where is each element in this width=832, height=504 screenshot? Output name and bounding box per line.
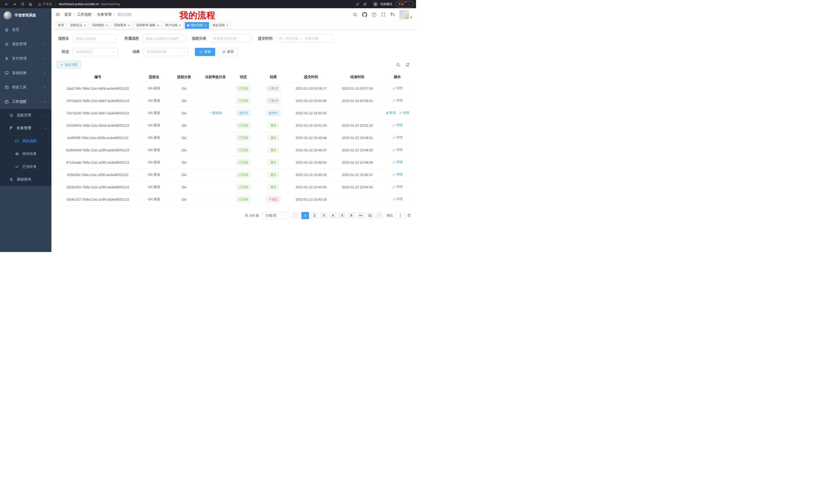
sidebar-item-todo-tasks[interactable]: 待办任务 <box>0 147 51 160</box>
avatar[interactable] <box>399 10 409 19</box>
close-icon[interactable]: × <box>226 24 229 27</box>
page-more-button[interactable]: ••• <box>357 212 365 219</box>
tab-5[interactable]: 用户分组 × <box>163 22 184 29</box>
cell-actions: 详情 <box>384 193 411 205</box>
goto-page-input[interactable] <box>395 212 406 219</box>
breadcrumb-home[interactable]: 首页 <box>64 12 72 17</box>
tab-4[interactable]: 流程表单-编辑 × <box>134 22 162 29</box>
search-icon[interactable] <box>353 12 357 17</box>
page-size-select[interactable]: 10条/页 <box>262 212 288 219</box>
tab-3[interactable]: 流程表单 × <box>111 22 132 29</box>
detail-action[interactable]: 详情 <box>392 135 402 140</box>
table-row: 03c6c157-7b9a-11ec-a290-acde48001122 OA … <box>57 193 411 205</box>
category-select[interactable]: 请选择流程分类 <box>210 34 252 43</box>
chevron-icon <box>44 43 47 46</box>
sidebar-item-home[interactable]: 首页 <box>0 23 51 37</box>
prev-page-button[interactable] <box>292 212 300 219</box>
detail-action[interactable]: 详情 <box>392 123 402 128</box>
page-button-4[interactable]: 4 <box>329 212 337 219</box>
create-process-button[interactable]: 发起流程 <box>57 61 81 68</box>
cell-id: 67c2eaab-7b9a-11ec-a290-acde48001122 <box>57 156 139 169</box>
breadcrumb-separator: / <box>74 12 75 17</box>
tab-6[interactable]: 我的流程 × <box>185 22 209 29</box>
cell-category: OA <box>169 94 200 107</box>
sidebar-item-payment[interactable]: ¥ 支付管理 <box>0 51 51 66</box>
current-task-link[interactable]: 一级审批 <box>209 111 222 115</box>
browser-home-button[interactable] <box>29 2 32 6</box>
tab-0[interactable]: 首页 <box>55 22 66 29</box>
address-bar[interactable]: 不安全 | dashboard.yudao.iocoder.cn/bpm/tas… <box>34 2 370 6</box>
browser-update-button[interactable]: 更新 ⋮ <box>395 1 413 7</box>
close-icon[interactable]: × <box>157 24 159 27</box>
bookmark-star-icon[interactable] <box>363 2 367 6</box>
password-key-icon[interactable] <box>356 2 359 6</box>
page-button-5[interactable]: 5 <box>338 212 346 219</box>
sidebar-item-process-mgmt[interactable]: 流程管理 <box>0 109 51 122</box>
detail-action[interactable]: 详情 <box>392 172 402 177</box>
search-button[interactable]: 搜索 <box>195 48 215 56</box>
detail-action[interactable]: 详情 <box>392 185 402 189</box>
close-icon[interactable]: × <box>106 24 108 27</box>
incognito-icon <box>374 3 377 6</box>
sidebar-item-workflow[interactable]: 工作流程 <box>0 94 51 109</box>
cell-result: 已取消 <box>255 82 291 94</box>
tab-1[interactable]: 流程定义 × <box>68 22 88 29</box>
help-icon[interactable]: ? <box>372 12 376 17</box>
detail-action[interactable]: 详情 <box>392 148 402 152</box>
breadcrumb-separator: / <box>94 12 95 17</box>
sidebar-item-leave-query[interactable]: 请假查询 <box>0 173 51 186</box>
close-icon[interactable]: × <box>83 24 86 27</box>
back-button[interactable] <box>5 2 8 6</box>
reload-button[interactable] <box>21 2 24 6</box>
cell-submit-time: 2022-01-22 23:51:15 <box>291 119 331 132</box>
sidebar-item-devtools[interactable]: 研发工具 <box>0 80 51 94</box>
tab-7[interactable]: 发起流程 × <box>210 22 231 29</box>
page-button-3[interactable]: 3 <box>320 212 328 219</box>
fullscreen-icon[interactable] <box>381 12 386 17</box>
close-icon[interactable]: × <box>179 24 181 27</box>
page-button-2[interactable]: 2 <box>311 212 318 219</box>
browser-menu-icon[interactable]: ⋮ <box>408 2 411 6</box>
github-icon[interactable] <box>362 12 367 17</box>
next-page-button[interactable] <box>375 212 383 219</box>
table-row: 7470a810-7b9b-11ec-b5b7-acde48001122 OA … <box>57 94 411 107</box>
cell-submit-time: 2022-01-22 23:49:46 <box>291 132 331 144</box>
close-icon[interactable]: × <box>128 24 130 27</box>
sidebar-item-system[interactable]: 系统管理 <box>0 37 51 51</box>
cancel-action[interactable]: 取消 <box>386 111 396 115</box>
status-select[interactable]: 请选择状态 <box>73 48 118 56</box>
security-status[interactable]: 不安全 <box>38 2 52 6</box>
chevron-down-icon <box>246 37 249 40</box>
show-search-icon[interactable] <box>396 63 400 67</box>
sidebar-item-done-tasks[interactable]: 已办任务 <box>0 160 51 173</box>
refresh-table-icon[interactable] <box>406 63 410 67</box>
tab-2[interactable]: 流程模型 × <box>90 22 110 29</box>
close-icon[interactable]: × <box>204 24 207 27</box>
hamburger-button[interactable] <box>51 12 64 17</box>
page-button-1[interactable]: 1 <box>301 212 309 219</box>
cell-category: OA <box>169 119 200 132</box>
font-size-icon[interactable]: TT <box>390 12 395 17</box>
reset-button[interactable]: 重置 <box>218 48 238 56</box>
sidebar-item-task-mgmt[interactable]: 任务管理 <box>0 122 51 135</box>
user-menu[interactable]: ▾ <box>399 10 412 19</box>
detail-action[interactable]: 详情 <box>392 160 402 164</box>
parent-process-input[interactable] <box>142 34 186 43</box>
app-logo[interactable]: 芋道管理系统 <box>0 8 51 23</box>
breadcrumb-workflow[interactable]: 工作流程 <box>77 12 92 17</box>
status-tag: 已完成 <box>236 147 251 153</box>
result-select[interactable]: 请选择流结果 <box>144 48 189 56</box>
sidebar-item-my-process[interactable]: 我的流程 <box>0 135 51 147</box>
process-name-input[interactable] <box>73 34 117 43</box>
sidebar-item-infra[interactable]: 基础设施 <box>0 66 51 80</box>
page-button-11[interactable]: 11 <box>366 212 374 219</box>
detail-action[interactable]: 详情 <box>399 111 409 115</box>
breadcrumb-task-management[interactable]: 任务管理 <box>97 12 111 17</box>
page-button-6[interactable]: 6 <box>347 212 355 219</box>
forward-button[interactable] <box>12 2 17 6</box>
detail-action[interactable]: 详情 <box>392 99 402 103</box>
detail-action[interactable]: 详情 <box>392 86 402 90</box>
tab-label: 发起流程 <box>213 23 225 27</box>
detail-action[interactable]: 详情 <box>392 197 402 201</box>
submit-time-range-picker[interactable]: 开始日期 - 结束日期 <box>276 34 333 43</box>
